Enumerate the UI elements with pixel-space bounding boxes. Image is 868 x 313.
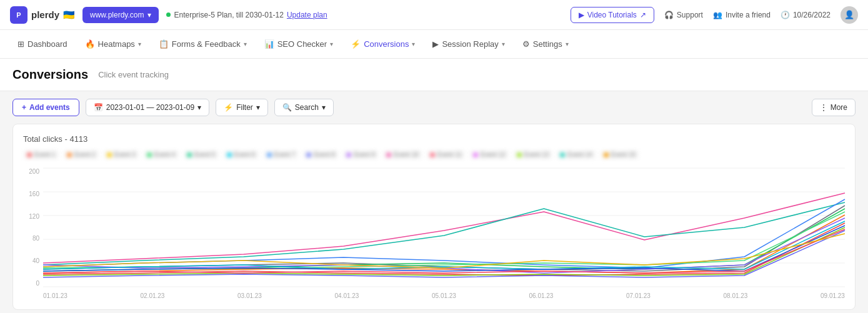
support-label: Support [677,11,703,19]
chart-legend: Event 1Event 2Event 3Event 4Event 5Event… [23,150,845,159]
domain-button[interactable]: www.plerdy.com ▾ [82,7,159,23]
y-axis-label: 80 [32,235,39,242]
y-axis-label: 200 [29,168,39,175]
filter-label: Filter [236,103,253,112]
calendar-icon: 📅 [94,103,103,112]
nav-item-settings[interactable]: ⚙Settings▾ [515,34,576,54]
nav-icon-heatmaps: 🔥 [85,39,95,49]
invite-icon: 👥 [713,11,722,19]
legend-item: Event 5 [183,150,219,159]
x-axis: 01.01.2302.01.2303.01.2304.01.2305.01.23… [43,292,845,299]
x-axis-label: 03.01.23 [237,292,262,299]
add-events-button[interactable]: + Add events [12,99,79,116]
page-title: Conversions [12,67,88,82]
chevron-down-icon: ▾ [138,41,141,47]
chevron-down-icon: ▾ [256,103,260,112]
nav-item-seo-checker[interactable]: 📊SEO Checker▾ [257,34,341,54]
user-avatar[interactable]: 👤 [841,6,858,24]
current-date: 🕐 10/26/2022 [781,11,831,19]
topbar-left: P plerdy 🇺🇦 www.plerdy.com ▾ Enterprise-… [10,6,327,24]
legend-item: Event 9 [342,150,379,159]
legend-item: Event 4 [143,150,179,159]
video-icon: ▶ [579,11,584,19]
nav-item-dashboard[interactable]: ⊞Dashboard [10,34,75,54]
chevron-down-icon: ▾ [147,11,151,19]
y-axis: 20016012080400 [23,168,43,287]
user-icon: 👤 [844,10,854,19]
legend-item: Event 13 [513,150,552,159]
nav-item-forms-feedback[interactable]: 📋Forms & Feedback▾ [151,34,254,54]
domain-label: www.plerdy.com [90,11,144,19]
chevron-down-icon: ▾ [412,41,415,47]
video-tutorials-label: Video Tutorials [587,11,637,19]
external-link-icon: ↗ [640,11,646,19]
nav-icon-conversions: ⚡ [351,39,361,49]
legend-item: Event 8 [302,150,339,159]
invite-label: Invite a friend [726,11,771,19]
legend-item: Event 14 [556,150,596,159]
x-axis-label: 01.01.23 [43,292,67,299]
support-button[interactable]: 🎧 Support [664,11,703,19]
x-axis-label: 05.01.23 [432,292,456,299]
nav-icon-seo-checker: 📊 [264,39,274,49]
plus-icon: + [22,103,26,112]
legend-item: Event 1 [23,150,59,159]
filter-button[interactable]: ⚡ Filter ▾ [216,99,268,116]
nav-icon-dashboard: ⊞ [17,39,24,49]
logo-icon: P [10,6,27,24]
x-axis-label: 09.01.23 [821,292,845,299]
y-axis-label: 120 [29,213,39,220]
page-subtitle: Click event tracking [98,70,169,79]
support-icon: 🎧 [664,11,674,19]
ukraine-flag: 🇺🇦 [63,9,75,21]
total-clicks-label: Total clicks - 4113 [23,134,845,144]
date-range-button[interactable]: 📅 2023-01-01 — 2023-01-09 ▾ [86,99,209,116]
y-axis-label: 40 [32,257,39,264]
search-label: Search [295,103,319,112]
more-button[interactable]: ⋮ More [812,99,856,116]
nav-label-heatmaps: Heatmaps [98,39,135,49]
nav-item-conversions[interactable]: ⚡Conversions▾ [343,34,422,54]
nav-label-dashboard: Dashboard [27,39,67,49]
update-plan-link[interactable]: Update plan [287,11,327,19]
page-header: Conversions Click event tracking [0,59,868,91]
legend-item: Event 7 [263,150,299,159]
chevron-down-icon: ▾ [502,41,505,47]
legend-item: Event 11 [426,150,466,159]
search-icon: 🔍 [282,103,292,112]
more-dots-icon: ⋮ [820,103,827,112]
date-range-value: 2023-01-01 — 2023-01-09 [106,103,194,112]
nav-label-session-replay: Session Replay [442,39,498,49]
x-axis-label: 06.01.23 [529,292,554,299]
search-button[interactable]: 🔍 Search ▾ [274,99,334,116]
chevron-down-icon: ▾ [330,41,333,47]
legend-item: Event 2 [63,150,99,159]
nav-icon-forms-feedback: 📋 [159,39,169,49]
nav-icon-session-replay: ▶ [432,39,439,49]
invite-friend-button[interactable]: 👥 Invite a friend [713,11,771,19]
x-axis-label: 08.01.23 [724,292,748,299]
legend-item: Event 12 [469,150,509,159]
add-events-label: Add events [29,103,70,112]
nav-item-heatmaps[interactable]: 🔥Heatmaps▾ [77,34,149,54]
topbar: P plerdy 🇺🇦 www.plerdy.com ▾ Enterprise-… [0,0,868,30]
navbar: ⊞Dashboard🔥Heatmaps▾📋Forms & Feedback▾📊S… [0,30,868,59]
chevron-down-icon: ▾ [322,103,326,112]
x-axis-label: 04.01.23 [335,292,359,299]
chart-inner [43,168,845,287]
nav-icon-settings: ⚙ [522,39,530,49]
enterprise-badge: Enterprise-5 Plan, till 2030-01-12 Updat… [166,11,327,19]
legend-item: Event 6 [223,150,259,159]
legend-item: Event 10 [382,150,422,159]
nav-item-session-replay[interactable]: ▶Session Replay▾ [425,34,512,54]
video-tutorials-button[interactable]: ▶ Video Tutorials ↗ [571,7,654,23]
chevron-down-icon: ▾ [197,103,201,112]
date-value: 10/26/2022 [793,11,831,19]
nav-label-conversions: Conversions [364,39,409,49]
legend-item: Event 15 [600,150,639,159]
more-label: More [831,103,847,112]
nav-label-settings: Settings [533,39,562,49]
legend-item: Event 3 [103,150,139,159]
clock-icon: 🕐 [781,11,790,19]
green-dot-icon [166,12,171,17]
